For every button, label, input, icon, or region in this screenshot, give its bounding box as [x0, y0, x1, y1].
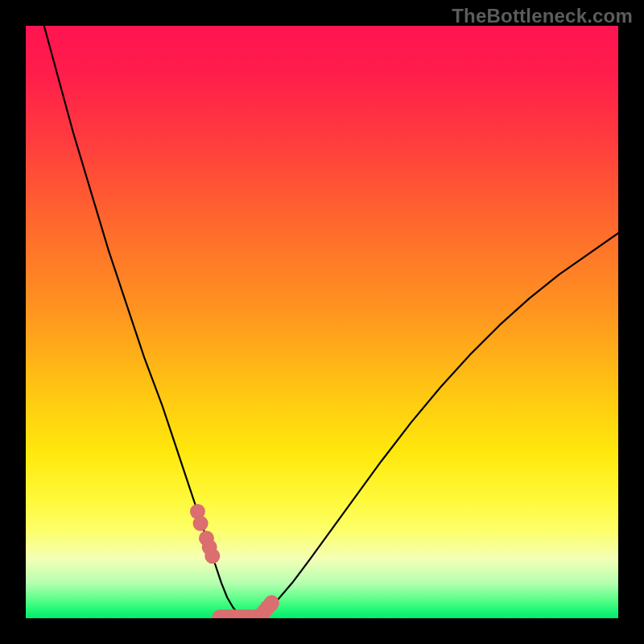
- bottleneck-curve: [26, 26, 618, 618]
- data-marker: [193, 516, 208, 531]
- data-marker: [204, 548, 220, 564]
- chart-container: TheBottleneck.com: [0, 0, 644, 644]
- watermark-text: TheBottleneck.com: [452, 5, 633, 27]
- data-marker: [264, 595, 279, 610]
- minimum-pill: [212, 609, 258, 618]
- data-markers: [190, 504, 279, 618]
- curve-svg: [26, 26, 618, 618]
- plot-area: [26, 26, 618, 618]
